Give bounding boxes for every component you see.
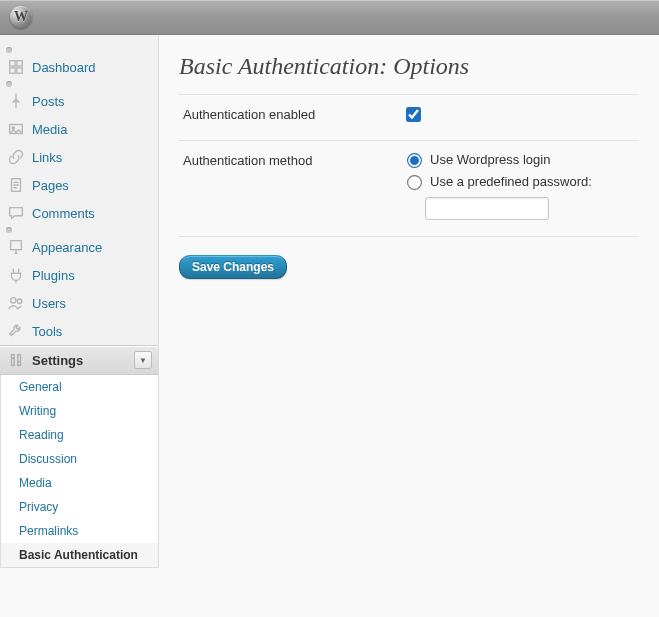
method-radio-predefined[interactable] [407,175,422,190]
svg-point-8 [11,298,16,303]
sidebar-item-label: Links [32,150,152,165]
method-label-predefined: Use a predefined password: [430,174,592,189]
sidebar-item-label: Appearance [32,240,152,255]
sidebar-item-label: Dashboard [32,60,152,75]
svg-rect-3 [17,68,22,73]
sidebar-item-label: Plugins [32,268,152,283]
submenu-item-basic-auth[interactable]: Basic Authentication [1,543,158,567]
admin-sidebar: DashboardPostsMediaLinksPagesCommentsApp… [0,35,159,568]
svg-rect-11 [18,355,21,366]
media-icon [6,119,26,139]
sidebar-item-pages[interactable]: Pages [0,171,158,199]
chevron-down-icon[interactable]: ▼ [134,351,152,369]
submenu-item-reading[interactable]: Reading [1,423,158,447]
method-label-wplogin: Use Wordpress login [430,152,550,167]
sidebar-item-label: Tools [32,324,152,339]
row-label-enabled: Authentication enabled [179,95,393,141]
page-title: Basic Authentication: Options [179,53,639,80]
plugin-icon [6,265,26,285]
tools-icon [6,321,26,341]
submenu-item-general[interactable]: General [1,375,158,399]
svg-rect-0 [10,61,15,66]
appearance-icon [6,237,26,257]
svg-point-9 [17,299,22,304]
submenu-item-permalinks[interactable]: Permalinks [1,519,158,543]
sidebar-item-posts[interactable]: Posts [0,87,158,115]
sidebar-item-tools[interactable]: Tools [0,317,158,345]
svg-rect-1 [17,61,22,66]
sidebar-item-comments[interactable]: Comments [0,199,158,227]
sidebar-item-links[interactable]: Links [0,143,158,171]
page-icon [6,175,26,195]
svg-point-5 [12,127,14,129]
svg-rect-7 [11,241,22,250]
link-icon [6,147,26,167]
save-button[interactable]: Save Changes [179,255,287,279]
auth-enabled-checkbox[interactable] [406,107,421,122]
sidebar-item-label: Posts [32,94,152,109]
sidebar-item-users[interactable]: Users [0,289,158,317]
dashboard-icon [6,57,26,77]
sidebar-item-label: Comments [32,206,152,221]
sidebar-item-label: Settings [32,353,130,368]
sidebar-item-dashboard[interactable]: Dashboard [0,53,158,81]
wordpress-logo-icon: W [10,6,32,28]
users-icon [6,293,26,313]
svg-rect-10 [12,355,15,366]
admin-header: W [0,0,659,35]
sidebar-item-settings[interactable]: Settings▼ [0,345,158,375]
submenu-item-media-s[interactable]: Media [1,471,158,495]
settings-icon [6,350,26,370]
comment-icon [6,203,26,223]
predefined-password-input[interactable] [425,197,549,220]
sidebar-item-label: Media [32,122,152,137]
submenu-item-writing[interactable]: Writing [1,399,158,423]
row-label-method: Authentication method [179,141,393,237]
sidebar-item-label: Users [32,296,152,311]
settings-submenu: GeneralWritingReadingDiscussionMediaPriv… [0,375,158,568]
submenu-item-privacy[interactable]: Privacy [1,495,158,519]
main-content: Basic Authentication: Options Authentica… [159,35,659,279]
pin-icon [6,91,26,111]
sidebar-item-label: Pages [32,178,152,193]
sidebar-item-plugins[interactable]: Plugins [0,261,158,289]
submenu-item-discussion[interactable]: Discussion [1,447,158,471]
options-table: Authentication enabled Authentication me… [179,94,639,237]
svg-rect-2 [10,68,15,73]
sidebar-item-media[interactable]: Media [0,115,158,143]
method-radio-wplogin[interactable] [407,153,422,168]
sidebar-item-appearance[interactable]: Appearance [0,233,158,261]
